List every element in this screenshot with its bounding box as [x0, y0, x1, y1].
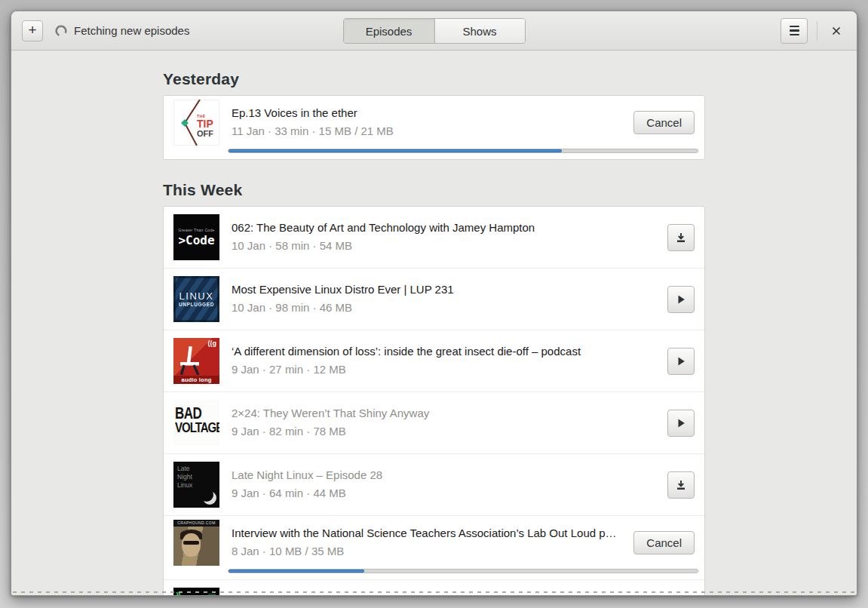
episode-title: Bot or Not: [232, 594, 655, 595]
episode-artwork: LINUX UNPLUGGED: [173, 276, 219, 322]
episodes-card: Greater Than Code >Code 062: The Beauty …: [163, 206, 705, 595]
episode-action: [667, 224, 695, 251]
episode-info: 062: The Beauty of Art and Technology wi…: [232, 221, 655, 253]
section-title: Yesterday: [163, 70, 705, 88]
episode-title: Ep.13 Voices in the ether: [232, 106, 621, 121]
episode-artwork: CRAPHOUND.COM: [173, 520, 219, 566]
download-progressbar: [228, 569, 698, 573]
add-podcast-button[interactable]: +: [22, 20, 43, 41]
episode-row: Late Night Linux Late Night Linux – Epis…: [164, 453, 704, 515]
episode-artwork: BAD VOLTAGE: [173, 400, 219, 446]
status-label: Fetching new episodes: [74, 24, 189, 37]
episode-action: [667, 348, 695, 375]
episode-meta: 10 Jan · 58 min · 54 MB: [232, 239, 655, 253]
episode-action: [667, 471, 695, 499]
episode-meta: 9 Jan · 64 min · 44 MB: [232, 487, 655, 501]
episode-row: ((g audio long reads ‘A different dimens…: [164, 330, 704, 392]
episode-info: Ep.13 Voices in the ether 11 Jan · 33 mi…: [232, 106, 621, 139]
titlebar-right-controls: [781, 18, 846, 44]
episode-meta: 9 Jan · 27 min · 12 MB: [232, 363, 655, 377]
progressbar-fill: [229, 570, 364, 573]
artwork-text: VOLTAGE: [175, 419, 219, 435]
episode-meta: 11 Jan · 33 min · 15 MB / 21 MB: [232, 124, 621, 139]
episode-meta: 8 Jan · 10 MB / 35 MB: [232, 545, 621, 559]
artwork-text: Late: [177, 465, 192, 473]
artwork-shape: [182, 533, 201, 557]
chair-graphic: [179, 346, 204, 375]
episode-section: This Week Greater Than Code >Code 062: T…: [163, 181, 705, 595]
episode-title: Most Expensive Linux Distro Ever | LUP 2…: [232, 283, 655, 297]
artwork-text: >Code: [178, 235, 214, 247]
episodes-card: THE TIP OFF Ep.13 Voices in the ether 11…: [163, 95, 705, 160]
header-bar: + Fetching new episodes Episodes Shows: [11, 11, 857, 51]
artwork-text: CRAPHOUND.COM: [173, 520, 219, 527]
episode-artwork: THE TIP OFF: [173, 100, 219, 146]
episode-info: Interview with the National Science Teac…: [232, 527, 621, 559]
episode-info: Bot or Not: [232, 594, 655, 595]
episode-title: ‘A different dimension of loss’: inside …: [232, 345, 655, 359]
tipoff-wordmark: THE TIP OFF: [197, 114, 213, 139]
episode-action: [667, 410, 695, 437]
artwork-text: Linux: [177, 481, 192, 490]
cancel-button[interactable]: Cancel: [633, 111, 695, 134]
desktop-backdrop: { "header": { "status": "Fetching new ep…: [0, 0, 868, 608]
episode-info: ‘A different dimension of loss’: inside …: [232, 345, 655, 377]
loading-spinner-icon: [55, 25, 67, 37]
artwork-text: LINUX: [179, 291, 214, 302]
titlebar-separator: [817, 21, 817, 41]
section-title: This Week: [163, 181, 705, 199]
download-button[interactable]: [667, 224, 695, 251]
podcasts-window: + Fetching new episodes Episodes Shows: [11, 11, 857, 596]
episode-info: Late Night Linux – Episode 28 9 Jan · 64…: [232, 468, 655, 501]
play-icon: [675, 293, 687, 306]
artwork-text: Late Night Linux: [177, 465, 192, 490]
play-icon: [675, 355, 687, 367]
episode-section: Yesterday THE TIP OFF Ep.13 Voices in th…: [163, 70, 705, 160]
play-button[interactable]: [667, 410, 695, 437]
episode-artwork: ((g audio long reads: [173, 338, 219, 384]
episode-meta: 10 Jan · 98 min · 46 MB: [232, 301, 655, 315]
tab-shows[interactable]: Shows: [434, 19, 525, 43]
episode-title: 062: The Beauty of Art and Technology wi…: [232, 221, 655, 235]
progressbar-fill: [229, 149, 562, 152]
play-icon: [675, 417, 687, 429]
episode-row: BAD VOLTAGE 2×24: They Weren’t That Shin…: [164, 392, 704, 453]
episode-title: 2×24: They Weren’t That Shiny Anyway: [232, 407, 655, 421]
download-button[interactable]: [667, 471, 695, 499]
episodes-column: Yesterday THE TIP OFF Ep.13 Voices in th…: [163, 70, 705, 595]
episode-info: 2×24: They Weren’t That Shiny Anyway 9 J…: [232, 407, 655, 439]
hamburger-menu-icon: [790, 26, 799, 35]
download-progressbar: [228, 149, 698, 153]
download-icon: [675, 232, 687, 244]
plus-icon: +: [28, 23, 36, 37]
view-switcher: Episodes Shows: [343, 18, 526, 44]
episode-artwork: Greater Than Code >Code: [173, 214, 219, 260]
episode-action: Cancel: [633, 531, 695, 554]
artwork-text: Night: [177, 473, 192, 481]
episode-title: Late Night Linux – Episode 28: [232, 468, 655, 483]
artwork-text: UNPLUGGED: [179, 302, 214, 307]
guardian-roundel-icon: ((g: [208, 339, 217, 347]
episodes-view: Yesterday THE TIP OFF Ep.13 Voices in th…: [11, 51, 857, 595]
download-icon: [675, 479, 687, 491]
episode-info: Most Expensive Linux Distro Ever | LUP 2…: [232, 283, 655, 315]
artwork-text: audio long reads: [173, 376, 219, 384]
artwork-text: OFF: [197, 129, 213, 139]
episode-row: Greater Than Code >Code 062: The Beauty …: [164, 207, 704, 268]
artwork-shape: [183, 541, 199, 545]
episode-row: LINUX UNPLUGGED Most Expensive Linux Dis…: [164, 268, 704, 330]
artwork-text: Greater Than Code: [178, 228, 214, 232]
episode-title: Interview with the National Science Teac…: [232, 527, 621, 541]
window-close-button[interactable]: [827, 21, 846, 41]
window-close-icon: [831, 26, 842, 36]
cancel-button[interactable]: Cancel: [633, 531, 695, 554]
play-button[interactable]: [667, 348, 695, 375]
episode-action: Cancel: [633, 111, 695, 134]
episode-artwork: Late Night Linux: [173, 462, 219, 508]
episode-row: THE TIP OFF Ep.13 Voices in the ether 11…: [164, 96, 704, 159]
menu-button[interactable]: [781, 18, 808, 44]
tab-episodes[interactable]: Episodes: [344, 19, 434, 43]
episode-meta: 9 Jan · 82 min · 78 MB: [232, 425, 655, 439]
play-button[interactable]: [667, 286, 695, 313]
crescent-moon-graphic: [199, 487, 219, 507]
